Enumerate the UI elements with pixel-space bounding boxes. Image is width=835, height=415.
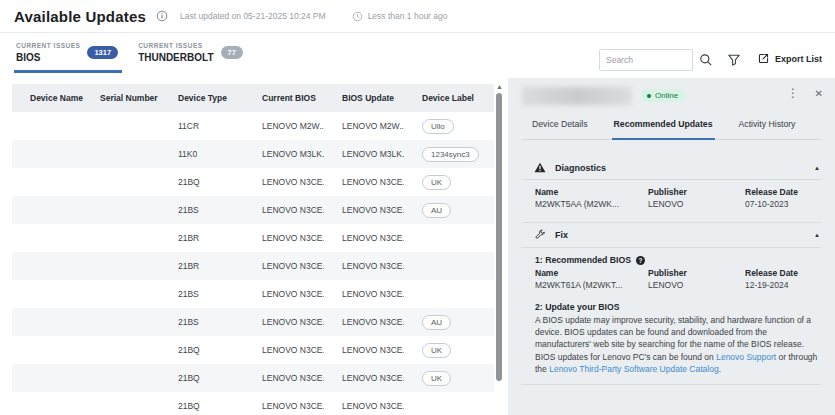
cell-current-bios: LENOVO N3CE... <box>244 317 324 327</box>
warning-icon <box>534 162 546 173</box>
tab-bios-label: BIOS <box>16 52 80 63</box>
search-box <box>599 49 693 71</box>
fix-section-header[interactable]: Fix ▲ <box>534 229 820 241</box>
table-row[interactable]: 21BS LENOVO N3CE... LENOVO N3CE... AU <box>12 196 494 224</box>
export-list-label: Export List <box>775 54 822 64</box>
info-icon[interactable] <box>156 10 168 22</box>
cell-bios-update: LENOVO N3CE... <box>324 345 404 355</box>
cell-bios-update: LENOVO N3CE... <box>324 177 404 187</box>
cell-device-type: 21BR <box>160 233 244 243</box>
col-current-bios[interactable]: Current BIOS <box>244 93 324 103</box>
issue-tabs: CURRENT ISSUES BIOS 1317 CURRENT ISSUES … <box>14 42 247 73</box>
col-serial-number[interactable]: Serial Number <box>82 93 160 103</box>
table-row[interactable]: 21BR LENOVO N3CE... LENOVO N3CE... <box>12 252 494 280</box>
cell-bios-update: LENOVO M3LK... <box>324 149 404 159</box>
fix-publisher-label: Publisher <box>648 268 687 278</box>
cell-bios-update: LENOVO M2W... <box>324 121 404 131</box>
status-badge: Online <box>641 89 686 102</box>
separator <box>522 179 821 180</box>
diag-release-field: Release Date 07-10-2023 <box>745 187 798 209</box>
cell-current-bios: LENOVO N3CE... <box>244 177 324 187</box>
cell-current-bios: LENOVO N3CE... <box>244 345 324 355</box>
device-label-pill: 1234sync3 <box>422 147 479 162</box>
close-icon[interactable]: ✕ <box>815 88 823 99</box>
device-label-pill: AU <box>422 315 451 330</box>
diag-publisher-label: Publisher <box>648 187 687 197</box>
fix-publisher-value: LENOVO <box>648 280 687 290</box>
detail-tabs: Device Details Recommended Updates Activ… <box>508 112 835 140</box>
separator <box>522 222 821 223</box>
table-row[interactable]: 21BQ LENOVO N3CE... LENOVO N3CE... UK <box>12 168 494 196</box>
col-device-name[interactable]: Device Name <box>12 93 82 103</box>
tab-thunderbolt[interactable]: CURRENT ISSUES THUNDERBOLT 77 <box>136 42 247 73</box>
table-row[interactable]: 21BR LENOVO N3CE... LENOVO N3CE... <box>12 224 494 252</box>
cell-current-bios: LENOVO N3CE... <box>244 261 324 271</box>
online-dot-icon <box>647 94 651 98</box>
fix-title: Fix <box>555 230 568 240</box>
table-row[interactable]: 11K0 LENOVO M3LK... LENOVO M3LK... 1234s… <box>12 140 494 168</box>
scrollbar-thumb[interactable] <box>496 93 502 381</box>
lenovo-support-link[interactable]: Lenovo Support <box>716 352 776 362</box>
cell-device-type: 21BQ <box>160 345 244 355</box>
cell-device-type: 21BQ <box>160 373 244 383</box>
tab-thunderbolt-label: THUNDERBOLT <box>138 52 213 63</box>
col-device-type[interactable]: Device Type <box>160 93 244 103</box>
cell-current-bios: LENOVO M2W... <box>244 121 324 131</box>
device-label-pill: UK <box>422 343 451 358</box>
collapse-caret-icon[interactable]: ▲ <box>814 165 820 171</box>
filter-icon[interactable] <box>727 53 741 67</box>
tab-recommended-updates[interactable]: Recommended Updates <box>612 112 715 140</box>
cell-device-label: AU <box>404 315 494 330</box>
table-row[interactable]: 21BQ LENOVO N3CE... LENOVO N3CE... UK <box>12 364 494 392</box>
cell-device-type: 21BS <box>160 317 244 327</box>
col-device-label[interactable]: Device Label <box>404 93 494 103</box>
third-party-catalog-link[interactable]: Lenovo Third-Party Software Update Catal… <box>549 364 718 374</box>
cell-bios-update: LENOVO N3CE... <box>324 317 404 327</box>
device-detail-panel: Online ⋮ ✕ Device Details Recommended Up… <box>508 78 835 415</box>
cell-current-bios: LENOVO N3CE... <box>244 401 324 411</box>
cell-device-label: UK <box>404 371 494 386</box>
device-table: Device Name Serial Number Device Type Cu… <box>12 84 494 415</box>
kebab-menu-icon[interactable]: ⋮ <box>787 86 799 100</box>
diag-name-field: Name M2WKT5AA (M2WK... <box>535 187 619 209</box>
diag-publisher-field: Publisher LENOVO <box>648 187 687 209</box>
info-filled-icon[interactable]: ? <box>636 256 645 265</box>
cell-device-label: Ullo <box>404 119 494 134</box>
redacted-panel-device-name <box>522 87 632 105</box>
device-label-pill: UK <box>422 371 451 386</box>
fix-name-label: Name <box>535 268 622 278</box>
tab-thunderbolt-text: CURRENT ISSUES THUNDERBOLT <box>138 42 213 63</box>
collapse-caret-icon[interactable]: ▲ <box>814 232 820 238</box>
cell-bios-update: LENOVO N3CE... <box>324 261 404 271</box>
diagnostics-title: Diagnostics <box>555 163 606 173</box>
tab-thunderbolt-count-badge: 77 <box>221 46 243 59</box>
table-header-row: Device Name Serial Number Device Type Cu… <box>12 84 494 112</box>
scrollbar-up-arrow[interactable]: ▲ <box>496 83 503 90</box>
tab-activity-history[interactable]: Activity History <box>737 112 798 140</box>
cell-device-type: 21BR <box>160 261 244 271</box>
cell-bios-update: LENOVO N3CE... <box>324 373 404 383</box>
fix-release-field: Release Date 12-19-2024 <box>745 268 798 290</box>
search-icon[interactable] <box>699 53 713 67</box>
table-row[interactable]: 21BS LENOVO N3CE... LENOVO N3CE... AU <box>12 308 494 336</box>
search-input[interactable] <box>600 55 692 65</box>
diagnostics-section-header[interactable]: Diagnostics ▲ <box>534 162 820 173</box>
fix-publisher-field: Publisher LENOVO <box>648 268 687 290</box>
col-bios-update[interactable]: BIOS Update <box>324 93 404 103</box>
table-row[interactable]: 21BQ LENOVO N3CE... LENOVO N3CE... UK <box>12 336 494 364</box>
fix-step2-text: 2: Update your BIOS <box>535 302 619 312</box>
cell-device-type: 21BQ <box>160 401 244 411</box>
cell-device-label: 1234sync3 <box>404 147 494 162</box>
table-row[interactable]: 21BQ LENOVO N3CE... LENOVO N3CE... <box>12 392 494 415</box>
tab-device-details[interactable]: Device Details <box>530 112 590 140</box>
fix-release-label: Release Date <box>745 268 798 278</box>
table-scrollbar[interactable]: ▲ <box>495 84 505 410</box>
tab-bios[interactable]: CURRENT ISSUES BIOS 1317 <box>14 42 122 73</box>
table-row[interactable]: 21BS LENOVO N3CE... LENOVO N3CE... <box>12 280 494 308</box>
diag-release-value: 07-10-2023 <box>745 199 798 209</box>
cell-current-bios: LENOVO N3CE... <box>244 373 324 383</box>
table-row[interactable]: 11CR LENOVO M2W... LENOVO M2W... Ullo <box>12 112 494 140</box>
export-list-button[interactable]: Export List <box>757 52 822 65</box>
clock-icon <box>352 11 363 22</box>
device-label-pill: AU <box>422 203 451 218</box>
